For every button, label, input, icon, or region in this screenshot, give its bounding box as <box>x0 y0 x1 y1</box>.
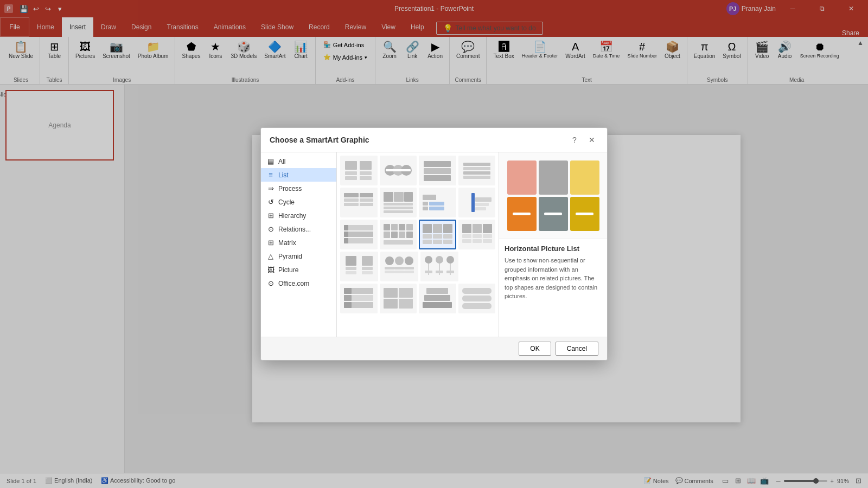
svg-rect-39 <box>475 207 486 210</box>
all-icon: ▤ <box>266 157 275 165</box>
graphic-label-list[interactable] <box>458 284 496 313</box>
graphic-grouped-list[interactable] <box>340 188 378 217</box>
svg-rect-78 <box>362 271 373 274</box>
svg-rect-112 <box>462 303 492 309</box>
svg-rect-94 <box>425 271 432 273</box>
preview-dash-2 <box>544 213 561 215</box>
graphics-row-1 <box>340 156 495 185</box>
svg-rect-36 <box>471 193 475 212</box>
svg-rect-52 <box>399 232 405 238</box>
graphic-picture-grid[interactable] <box>380 220 417 249</box>
svg-rect-70 <box>473 239 482 243</box>
graphic-trapezoid-list[interactable] <box>419 188 456 217</box>
preview-cell-4 <box>507 197 537 231</box>
svg-rect-29 <box>384 207 413 209</box>
svg-point-88 <box>425 256 432 264</box>
svg-rect-73 <box>346 256 356 266</box>
category-relationship[interactable]: ⊙ Relations... <box>261 222 336 236</box>
svg-rect-108 <box>424 295 450 301</box>
dialog-close-button[interactable]: ✕ <box>585 133 598 146</box>
svg-rect-47 <box>391 224 398 230</box>
svg-rect-13 <box>424 168 451 174</box>
dialog-header-right: ? ✕ <box>568 133 598 146</box>
svg-rect-110 <box>462 288 492 294</box>
svg-rect-41 <box>344 232 373 237</box>
graphic-horizontal-lines[interactable] <box>458 156 496 185</box>
svg-rect-14 <box>424 175 451 181</box>
svg-rect-35 <box>423 207 428 210</box>
graphic-basic-list[interactable] <box>340 156 378 185</box>
svg-rect-68 <box>462 239 471 243</box>
graphic-pic-caption-list[interactable] <box>340 252 378 281</box>
dialog-title: Choose a SmartArt Graphic <box>270 136 369 144</box>
ok-button[interactable]: OK <box>519 342 551 356</box>
preview-title: Horizontal Picture List <box>505 245 602 253</box>
svg-rect-21 <box>344 203 359 206</box>
category-hierarchy[interactable]: ⊞ Hierarchy <box>261 209 336 222</box>
preview-cell-5 <box>539 197 568 231</box>
svg-rect-111 <box>462 296 492 301</box>
svg-rect-106 <box>399 299 413 309</box>
modal-overlay: Choose a SmartArt Graphic ? ✕ ▤ All ≡ Li… <box>0 0 868 488</box>
svg-rect-82 <box>385 267 394 269</box>
category-office[interactable]: ⊙ Office.com <box>261 277 336 290</box>
svg-rect-48 <box>399 224 405 230</box>
category-matrix[interactable]: ⊞ Matrix <box>261 236 336 249</box>
office-icon: ⊙ <box>266 279 275 287</box>
svg-rect-76 <box>346 271 356 274</box>
svg-rect-71 <box>483 234 492 238</box>
cancel-button[interactable]: Cancel <box>556 342 598 356</box>
preview-cell-6 <box>570 197 599 231</box>
svg-rect-61 <box>433 240 442 244</box>
svg-rect-100 <box>344 288 352 294</box>
category-list[interactable]: ≡ List <box>261 168 336 182</box>
svg-rect-85 <box>394 271 404 273</box>
dialog-help-button[interactable]: ? <box>568 133 581 146</box>
svg-rect-42 <box>344 238 373 243</box>
relationship-icon: ⊙ <box>266 225 275 233</box>
svg-rect-103 <box>384 288 398 298</box>
graphic-continuous-list[interactable] <box>340 220 378 249</box>
pyramid-icon: △ <box>266 252 275 260</box>
graphic-bended-list[interactable] <box>380 284 417 313</box>
category-picture[interactable]: 🖼 Picture <box>261 263 336 277</box>
svg-rect-2 <box>345 176 357 180</box>
graphic-bar-accent[interactable] <box>458 188 496 217</box>
graphic-stacked-list[interactable] <box>419 156 456 185</box>
svg-point-80 <box>395 256 404 265</box>
svg-rect-107 <box>426 288 448 294</box>
svg-rect-43 <box>344 225 348 230</box>
dialog-header: Choose a SmartArt Graphic ? ✕ <box>261 128 607 152</box>
graphic-table-list[interactable] <box>380 188 417 217</box>
graphics-row-3 <box>340 220 495 249</box>
svg-rect-33 <box>429 207 444 210</box>
svg-point-89 <box>436 256 443 264</box>
graphic-pyramid-list[interactable] <box>419 284 456 313</box>
category-all[interactable]: ▤ All <box>261 155 336 168</box>
graphic-bubble-list[interactable] <box>420 252 458 281</box>
svg-rect-27 <box>404 192 413 202</box>
svg-rect-54 <box>384 240 413 245</box>
svg-rect-105 <box>384 299 398 309</box>
category-pyramid[interactable]: △ Pyramid <box>261 249 336 263</box>
graphic-horizontal-picture-list[interactable] <box>419 220 456 249</box>
cycle-icon: ↺ <box>266 198 275 206</box>
category-process[interactable]: ⇒ Process <box>261 182 336 195</box>
category-cycle[interactable]: ↺ Cycle <box>261 195 336 209</box>
graphics-row-5 <box>340 284 495 313</box>
svg-rect-25 <box>384 192 393 202</box>
graphic-square-pic-list[interactable] <box>380 252 418 281</box>
svg-rect-32 <box>429 202 444 206</box>
svg-rect-4 <box>360 171 372 175</box>
graphic-alternate-list[interactable] <box>340 284 378 313</box>
process-icon: ⇒ <box>266 184 275 192</box>
graphic-detailed-list[interactable] <box>458 220 496 249</box>
svg-rect-84 <box>394 267 404 269</box>
svg-rect-49 <box>406 224 413 230</box>
smartart-dialog: Choose a SmartArt Graphic ? ✕ ▤ All ≡ Li… <box>260 127 608 361</box>
hierarchy-icon: ⊞ <box>266 211 275 220</box>
svg-rect-55 <box>423 224 432 233</box>
categories-panel: ▤ All ≡ List ⇒ Process ↺ Cycle ⊞ Hiera <box>261 152 337 337</box>
graphic-circle-list[interactable] <box>380 156 417 185</box>
preview-cell-1 <box>507 160 537 195</box>
